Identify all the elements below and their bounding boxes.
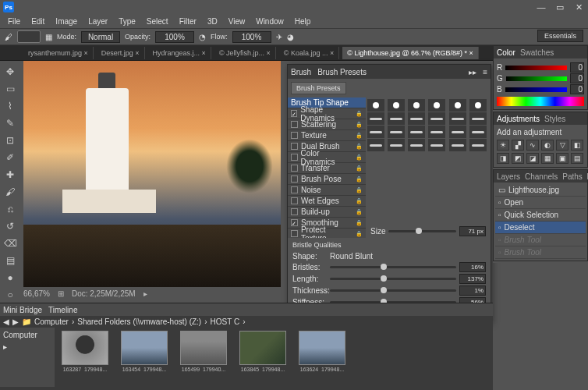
brush-preset[interactable] bbox=[367, 112, 384, 125]
dodge-tool[interactable]: ○ bbox=[2, 287, 19, 303]
brush-option-scattering[interactable]: Scattering🔒 bbox=[288, 119, 366, 130]
adj-brightness-icon[interactable]: ☀ bbox=[497, 140, 509, 151]
brush-preset[interactable] bbox=[388, 126, 405, 138]
doc-size-menu-icon[interactable]: ▸ bbox=[143, 289, 147, 298]
menu-file[interactable]: File bbox=[3, 16, 25, 27]
lock-icon[interactable]: 🔒 bbox=[356, 231, 363, 237]
history-step[interactable]: ▫Open bbox=[495, 197, 586, 209]
healing-brush-tool[interactable]: ✚ bbox=[2, 167, 19, 183]
brush-preset[interactable] bbox=[428, 112, 445, 125]
document-tab-1[interactable]: Desert.jpg × bbox=[97, 47, 145, 59]
brush-preset[interactable] bbox=[449, 112, 466, 125]
tab-adjustments[interactable]: Adjustments bbox=[497, 115, 540, 123]
document-tab-2[interactable]: Hydrangeas.j... × bbox=[148, 47, 211, 59]
adj-bw-icon[interactable]: ◨ bbox=[497, 153, 509, 164]
checkbox[interactable] bbox=[291, 132, 298, 139]
size-slider[interactable] bbox=[388, 230, 456, 232]
lock-icon[interactable]: 🔒 bbox=[356, 198, 363, 204]
checkbox[interactable] bbox=[291, 110, 297, 117]
brush-preset[interactable] bbox=[388, 112, 405, 125]
eraser-tool[interactable]: ⌫ bbox=[2, 236, 19, 251]
nav-back-icon[interactable]: ◀ bbox=[3, 317, 9, 326]
quick-selection-tool[interactable]: ✎ bbox=[2, 115, 19, 131]
paint-brush-tool[interactable]: 🖌 bbox=[2, 184, 19, 200]
document-tab-3[interactable]: © Jellyfish.jp... × bbox=[214, 47, 276, 59]
history-snapshot[interactable]: ▭Lighthouse.jpg bbox=[495, 184, 586, 197]
adj-invert-icon[interactable]: ▣ bbox=[556, 153, 569, 164]
pressure-opacity-icon[interactable]: ◔ bbox=[199, 33, 206, 41]
bristle-slider[interactable] bbox=[330, 289, 456, 292]
history-step[interactable]: ▫Brush Tool bbox=[495, 246, 586, 259]
checkbox[interactable] bbox=[291, 154, 298, 161]
shape-select[interactable]: Round Blunt bbox=[330, 252, 486, 261]
brush-preset[interactable] bbox=[388, 99, 405, 112]
adj-vibrance-icon[interactable]: ▽ bbox=[556, 140, 569, 151]
menu-select[interactable]: Select bbox=[142, 16, 173, 27]
brush-option-color-dynamics[interactable]: Color Dynamics🔒 bbox=[288, 152, 366, 163]
bristle-input[interactable]: 137% bbox=[459, 274, 486, 284]
bridge-thumbnail[interactable]: 163845_179948... bbox=[236, 331, 290, 384]
brush-preset[interactable] bbox=[469, 99, 487, 112]
expand-icon[interactable]: ⊞ bbox=[58, 289, 64, 298]
bridge-thumbnail[interactable]: 163287_179948... bbox=[58, 331, 112, 384]
checkbox[interactable] bbox=[291, 121, 298, 128]
document-tab-0[interactable]: rysanthemum.jpg × bbox=[23, 47, 94, 59]
document-tab-5[interactable]: © Lighthouse.jpg @ 66.7% (RGB/8#) * × bbox=[342, 47, 479, 59]
opacity-input[interactable]: 100% bbox=[155, 31, 194, 43]
brush-preset[interactable] bbox=[408, 112, 425, 125]
brush-option-shape-dynamics[interactable]: Shape Dynamics🔒 bbox=[288, 108, 366, 119]
doc-size[interactable]: Doc: 2,25M/2,25M bbox=[72, 289, 136, 298]
mode-select[interactable]: Normal bbox=[81, 31, 120, 43]
menu-view[interactable]: View bbox=[224, 16, 250, 27]
document-canvas[interactable] bbox=[23, 61, 281, 287]
size-input[interactable]: 71 px bbox=[459, 226, 486, 236]
bridge-thumbnail[interactable]: 165499_179940... bbox=[176, 331, 231, 384]
checkbox[interactable] bbox=[291, 219, 298, 226]
brush-preset-picker[interactable] bbox=[17, 30, 41, 43]
brush-preset[interactable] bbox=[469, 139, 487, 151]
bridge-thumbnail[interactable]: 163624_179948... bbox=[295, 331, 349, 384]
lock-icon[interactable]: 🔒 bbox=[356, 111, 363, 117]
r-input[interactable]: 0 bbox=[570, 62, 584, 73]
tab-layers[interactable]: Layers bbox=[497, 172, 520, 181]
checkbox[interactable] bbox=[291, 143, 298, 150]
breadcrumb-1[interactable]: Shared Folders (\\vmware-host) (Z:) bbox=[77, 317, 201, 326]
lock-icon[interactable]: 🔒 bbox=[356, 133, 363, 139]
brush-preset[interactable] bbox=[367, 99, 384, 112]
clone-stamp-tool[interactable]: ⎌ bbox=[2, 201, 19, 217]
lock-icon[interactable]: 🔒 bbox=[356, 187, 363, 193]
eyedropper-tool[interactable]: ✐ bbox=[2, 150, 19, 165]
brush-preset[interactable] bbox=[408, 126, 425, 138]
history-step[interactable]: ▫Brush Tool bbox=[495, 234, 586, 246]
history-step[interactable]: ▫Quick Selection bbox=[495, 209, 586, 222]
lock-icon[interactable]: 🔒 bbox=[356, 165, 363, 172]
breadcrumb-2[interactable]: HOST C bbox=[211, 317, 240, 326]
checkbox[interactable] bbox=[291, 176, 298, 183]
brush-preset[interactable] bbox=[408, 99, 425, 112]
brush-preset[interactable] bbox=[428, 126, 445, 138]
brush-preset[interactable] bbox=[469, 126, 487, 138]
history-brush-tool[interactable]: ↺ bbox=[2, 218, 19, 234]
checkbox[interactable] bbox=[291, 208, 298, 215]
menu-filter[interactable]: Filter bbox=[175, 16, 201, 27]
workspace-switcher[interactable]: Essentials bbox=[537, 30, 583, 42]
checkbox[interactable] bbox=[291, 186, 298, 193]
bristle-input[interactable]: 1% bbox=[459, 285, 486, 296]
adj-exposure-icon[interactable]: ◐ bbox=[541, 140, 554, 151]
panel-collapse-icon[interactable]: ▸▸ bbox=[469, 68, 476, 76]
g-slider[interactable] bbox=[506, 76, 567, 81]
lasso-tool[interactable]: ⌇ bbox=[2, 98, 19, 114]
adj-curves-icon[interactable]: ∿ bbox=[526, 140, 539, 151]
window-minimize-button[interactable]: — bbox=[535, 2, 547, 12]
lock-icon[interactable]: 🔒 bbox=[356, 176, 363, 183]
tab-paths[interactable]: Paths bbox=[562, 172, 583, 181]
toggle-brush-panel-icon[interactable]: ▦ bbox=[45, 33, 52, 41]
brush-option-build-up[interactable]: Build-up🔒 bbox=[288, 207, 366, 218]
menu-window[interactable]: Window bbox=[251, 16, 289, 27]
lock-icon[interactable]: 🔒 bbox=[356, 209, 363, 215]
brush-option-brush-pose[interactable]: Brush Pose🔒 bbox=[288, 174, 366, 185]
brush-option-wet-edges[interactable]: Wet Edges🔒 bbox=[288, 196, 366, 207]
history-step[interactable]: ▫Deselect bbox=[495, 222, 586, 234]
brush-preset[interactable] bbox=[469, 112, 487, 125]
document-tab-4[interactable]: © Koala.jpg ... × bbox=[279, 47, 339, 59]
